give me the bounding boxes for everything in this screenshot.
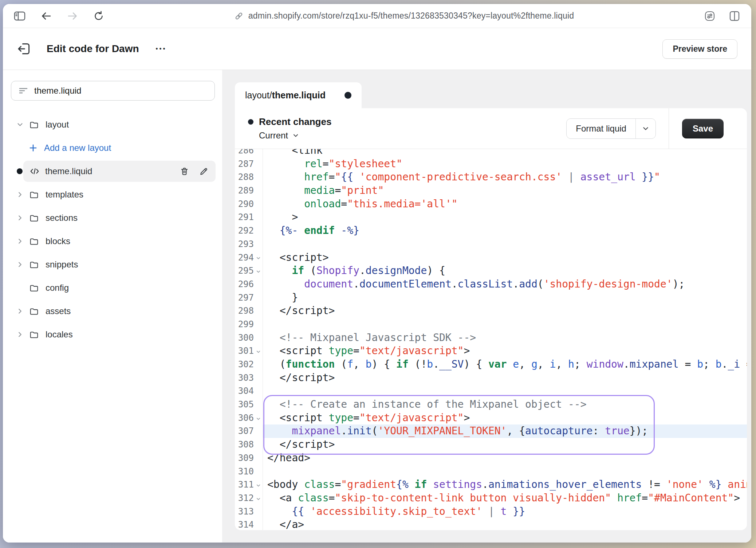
code-editor[interactable]: 286 <link287 rel="stylesheet"288 href="{… <box>235 149 747 530</box>
code-line-286[interactable]: 286 <link <box>235 149 747 157</box>
save-button[interactable]: Save <box>682 119 724 138</box>
sidebar-item-locales[interactable]: locales <box>3 323 222 346</box>
code-line-305[interactable]: 305 <!-- Create an instance of the Mixpa… <box>235 398 747 411</box>
fold-chevron-icon[interactable] <box>254 492 263 505</box>
code-line-300[interactable]: 300 <!-- Mixpanel Javascript SDK --> <box>235 331 747 345</box>
preview-store-button[interactable]: Preview store <box>662 39 737 59</box>
address-bar[interactable]: admin.shopify.com/store/rzq1xu-f5/themes… <box>104 11 704 21</box>
code-line-308[interactable]: 308 </script> <box>235 438 747 451</box>
fold-chevron-icon[interactable] <box>254 344 263 358</box>
chevron-right-icon[interactable] <box>16 214 28 222</box>
pencil-icon[interactable] <box>199 167 208 176</box>
sidebar-item-sections[interactable]: sections <box>3 206 222 230</box>
line-number: 300 <box>235 331 254 345</box>
unsaved-dot <box>344 92 351 99</box>
file-search-input[interactable]: theme.liquid <box>11 81 215 101</box>
code-line-313[interactable]: 313 {{ 'accessibility.skip_to_text' | t … <box>235 505 747 518</box>
code-line-311[interactable]: 311<body class="gradient{% if settings.a… <box>235 478 747 492</box>
sidebar-toggle-icon[interactable] <box>14 11 25 21</box>
split-view-icon[interactable] <box>729 11 740 21</box>
code-line-309[interactable]: 309</head> <box>235 451 747 465</box>
fold-spacer <box>254 224 263 238</box>
code-text: <script type="text/javascript"> <box>263 411 747 425</box>
fold-spacer <box>254 358 263 371</box>
fold-spacer <box>254 238 263 251</box>
code-text: <!-- Mixpanel Javascript SDK --> <box>263 331 747 345</box>
sidebar-item-blocks[interactable]: blocks <box>3 230 222 253</box>
code-line-291[interactable]: 291 > <box>235 211 747 224</box>
tab-strip: layout/theme.liquid <box>222 70 751 108</box>
fold-chevron-icon[interactable] <box>254 264 263 278</box>
fold-spacer <box>254 291 263 305</box>
code-line-314[interactable]: 314 </a> <box>235 518 747 530</box>
file-sidebar: theme.liquid layoutAdd a new layouttheme… <box>3 70 222 543</box>
tab-layout-theme-liquid[interactable]: layout/theme.liquid <box>235 82 362 108</box>
code-text: <body class="gradient{% if settings.anim… <box>263 478 747 492</box>
code-line-306[interactable]: 306 <script type="text/javascript"> <box>235 411 747 425</box>
code-line-294[interactable]: 294 <script> <box>235 251 747 265</box>
chevron-down-icon <box>292 132 299 139</box>
chevron-right-icon[interactable] <box>16 191 28 199</box>
search-value: theme.liquid <box>34 86 81 96</box>
fold-spacer <box>254 318 263 331</box>
sidebar-item-assets[interactable]: assets <box>3 300 222 323</box>
back-icon[interactable] <box>41 11 52 21</box>
code-line-288[interactable]: 288 href="{{ 'component-predictive-searc… <box>235 171 747 184</box>
sidebar-item-label: Add a new layout <box>44 143 111 153</box>
chevron-down-icon[interactable] <box>16 121 28 129</box>
fold-chevron-icon[interactable] <box>254 478 263 492</box>
code-line-302[interactable]: 302 (function (f, b) { if (!b.__SV) { va… <box>235 358 747 371</box>
code-text: <script type="text/javascript"> <box>263 344 747 358</box>
forward-icon[interactable] <box>67 11 78 21</box>
code-line-310[interactable]: 310 <box>235 465 747 478</box>
header-divider <box>669 108 669 149</box>
editor-panel-header: Recent changes Current Format liquid <box>235 108 747 149</box>
sidebar-item-theme-liquid[interactable]: theme.liquid <box>3 160 222 183</box>
code-line-287[interactable]: 287 rel="stylesheet" <box>235 157 747 171</box>
code-line-296[interactable]: 296 document.documentElement.classList.a… <box>235 278 747 291</box>
line-number: 295 <box>235 264 254 278</box>
code-line-303[interactable]: 303 </script> <box>235 371 747 385</box>
code-line-297[interactable]: 297 } <box>235 291 747 305</box>
code-line-301[interactable]: 301 <script type="text/javascript"> <box>235 344 747 358</box>
version-dropdown[interactable]: Current <box>259 130 566 141</box>
sidebar-item-snippets[interactable]: snippets <box>3 253 222 276</box>
code-line-289[interactable]: 289 media="print" <box>235 184 747 197</box>
sidebar-item-layout[interactable]: layout <box>3 113 222 136</box>
sidebar-item-templates[interactable]: templates <box>3 183 222 206</box>
code-line-295[interactable]: 295 if (Shopify.designMode) { <box>235 264 747 278</box>
more-menu-icon[interactable]: ••• <box>156 45 167 52</box>
chevron-right-icon[interactable] <box>16 237 28 245</box>
code-text: </script> <box>263 371 747 385</box>
trash-icon[interactable] <box>180 167 189 176</box>
format-options-chevron[interactable] <box>636 119 655 138</box>
code-line-298[interactable]: 298 </script> <box>235 304 747 318</box>
format-liquid-button[interactable]: Format liquid <box>566 118 656 139</box>
code-line-304[interactable]: 304 <box>235 384 747 398</box>
line-number: 296 <box>235 278 254 291</box>
exit-icon[interactable] <box>17 42 31 56</box>
code-line-290[interactable]: 290 onload="this.media='all'" <box>235 197 747 211</box>
code-line-312[interactable]: 312 <a class="skip-to-content-link butto… <box>235 492 747 505</box>
line-number: 303 <box>235 371 254 385</box>
code-line-299[interactable]: 299 <box>235 318 747 331</box>
code-text: if (Shopify.designMode) { <box>263 264 747 278</box>
chevron-right-icon[interactable] <box>16 307 28 315</box>
code-line-307[interactable]: 307 mixpanel.init('YOUR_MIXPANEL_TOKEN',… <box>235 424 747 438</box>
reload-icon[interactable] <box>93 11 104 21</box>
folder-icon <box>28 306 39 316</box>
line-number: 310 <box>235 465 254 478</box>
sidebar-item-config[interactable]: config <box>3 276 222 300</box>
fold-chevron-icon[interactable] <box>254 411 263 425</box>
line-number: 294 <box>235 251 254 265</box>
line-number: 286 <box>235 149 254 157</box>
fold-chevron-icon[interactable] <box>254 251 263 265</box>
line-number: 292 <box>235 224 254 238</box>
chevron-right-icon[interactable] <box>16 261 28 269</box>
sidebar-item-add-a-new-layout[interactable]: Add a new layout <box>3 136 222 160</box>
chevron-right-icon[interactable] <box>16 330 28 338</box>
code-line-292[interactable]: 292 {%- endif -%} <box>235 224 747 238</box>
code-line-293[interactable]: 293 <box>235 238 747 251</box>
preferences-icon[interactable] <box>704 10 716 22</box>
code-icon <box>29 167 40 176</box>
